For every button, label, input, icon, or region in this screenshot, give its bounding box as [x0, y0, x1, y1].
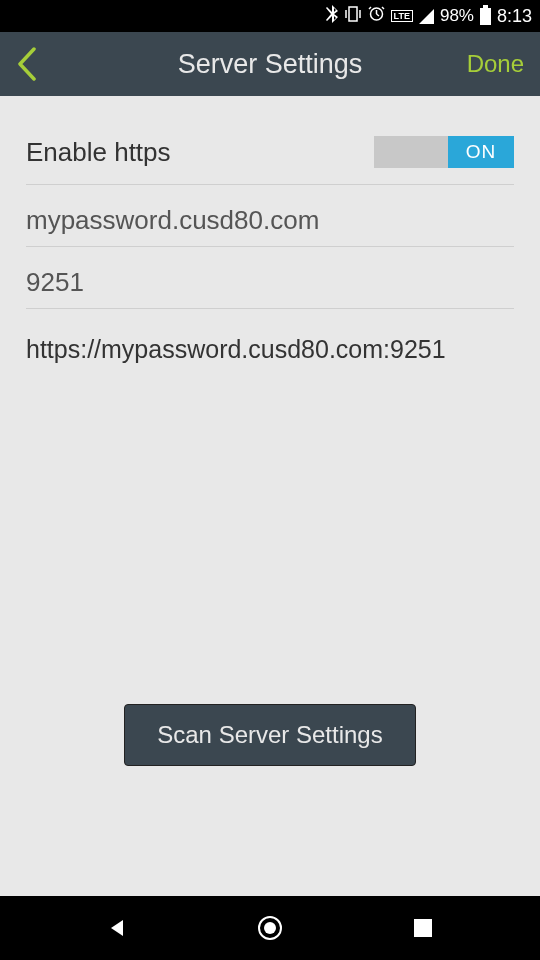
scan-server-settings-button[interactable]: Scan Server Settings — [124, 704, 415, 766]
page-title: Server Settings — [178, 49, 363, 80]
https-toggle-row: Enable https ON — [26, 120, 514, 185]
port-row — [26, 247, 514, 309]
status-icons: LTE 98% 8:13 — [326, 5, 532, 28]
app-bar: Server Settings Done — [0, 32, 540, 96]
clock-time: 8:13 — [497, 6, 532, 27]
battery-percent: 98% — [440, 6, 474, 26]
nav-back-button[interactable] — [97, 908, 137, 948]
done-button[interactable]: Done — [467, 50, 524, 78]
spacer — [26, 390, 514, 704]
svg-line-7 — [382, 7, 384, 9]
alarm-icon — [368, 5, 385, 27]
content-area: Enable https ON https://mypassword.cusd8… — [0, 96, 540, 896]
host-row — [26, 185, 514, 247]
signal-icon — [419, 9, 434, 24]
svg-rect-10 — [414, 919, 432, 937]
host-input[interactable] — [26, 205, 514, 236]
port-input[interactable] — [26, 267, 514, 298]
vibrate-icon — [344, 6, 362, 27]
back-button[interactable] — [16, 47, 48, 81]
nav-home-button[interactable] — [250, 908, 290, 948]
nav-recent-button[interactable] — [403, 908, 443, 948]
bluetooth-icon — [326, 5, 338, 28]
svg-line-5 — [376, 14, 379, 16]
lte-badge: LTE — [391, 10, 413, 22]
https-toggle[interactable]: ON — [374, 136, 514, 168]
status-bar: LTE 98% 8:13 — [0, 0, 540, 32]
svg-line-6 — [369, 7, 371, 9]
full-url-display: https://mypassword.cusd80.com:9251 — [26, 309, 514, 390]
https-label: Enable https — [26, 137, 171, 168]
svg-rect-0 — [349, 7, 357, 21]
toggle-on-label: ON — [448, 136, 514, 168]
system-nav-bar — [0, 896, 540, 960]
battery-icon — [480, 8, 491, 25]
svg-point-9 — [264, 922, 276, 934]
